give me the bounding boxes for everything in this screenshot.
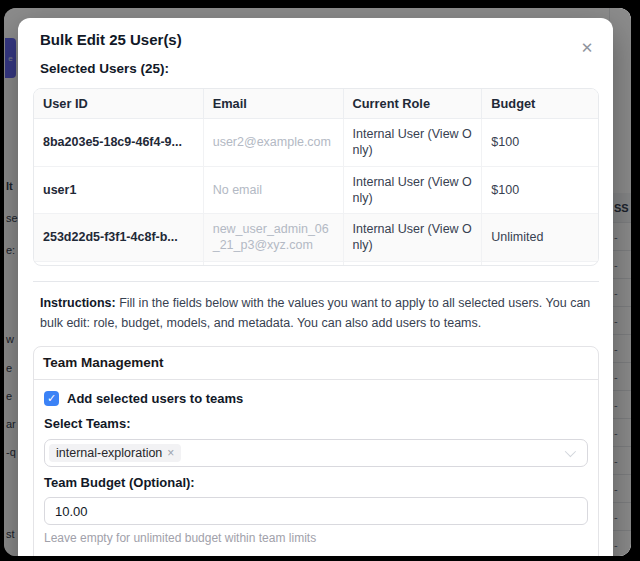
cell-budget: Unlimited [482,261,598,266]
users-table-body: 8ba203e5-18c9-46f4-9...user2@example.com… [34,119,598,267]
cell-budget: $100 [482,166,598,214]
team-budget-label: Team Budget (Optional): [44,475,588,492]
team-management-header: Team Management [34,347,598,380]
budget-helper-text: Leave empty for unlimited budget within … [44,531,588,545]
user-row: user1No emailInternal User (View Only)$1… [34,166,598,214]
chevron-down-icon [565,446,576,457]
cell-budget: $100 [482,119,598,167]
selected-users-table: User IDEmailCurrent RoleBudget 8ba203e5-… [33,88,599,266]
close-icon[interactable]: ✕ [577,38,597,58]
teams-multiselect[interactable]: internal-exploration × [44,439,588,467]
cell-user-id: 8ba203e5-18c9-46f4-9... [34,119,203,167]
cell-role: Internal User (View Only) [343,166,482,214]
modal-title: Bulk Edit 25 User(s) [40,31,601,48]
cell-budget: Unlimited [482,214,598,262]
cell-role: Internal User (View Only) [343,119,482,167]
section-divider [33,281,599,282]
cell-email: new_user_admin_06_21_p3@xyz.com [203,214,343,262]
add-users-checkbox[interactable]: ✓ [44,391,59,406]
cell-email: inter [203,261,343,266]
selected-team-tag: internal-exploration × [49,444,181,462]
team-budget-input[interactable] [44,497,588,525]
column-header: Current Role [343,89,482,119]
column-header: Budget [482,89,598,119]
column-header: Email [203,89,343,119]
cell-user-id: 5dbd2335-cdd6-47ca-b... [34,261,203,266]
app-window: e ltsee:weear-qst SS ------------ Bulk E… [4,8,631,556]
user-row: 8ba203e5-18c9-46f4-9...user2@example.com… [34,119,598,167]
user-row: 5dbd2335-cdd6-47ca-b...interInternal Use… [34,261,598,266]
cell-user-id: 253d22d5-f3f1-4c8f-b... [34,214,203,262]
cell-email: No email [203,166,343,214]
select-teams-label: Select Teams: [44,416,588,433]
team-management-card: Team Management ✓ Add selected users to … [33,346,599,556]
instructions-body: Fill in the fields below with the values… [40,296,590,330]
instructions-label: Instructions: [40,296,116,310]
users-table-header-row: User IDEmailCurrent RoleBudget [34,89,598,119]
remove-tag-icon[interactable]: × [167,446,174,460]
selected-users-label: Selected Users (25): [40,61,601,76]
column-header: User ID [34,89,203,119]
add-users-checkbox-label: Add selected users to teams [67,391,243,406]
bulk-edit-modal: Bulk Edit 25 User(s) ✕ Selected Users (2… [18,18,613,556]
team-tag-label: internal-exploration [56,446,162,460]
cell-role: Internal User (View Only) [343,261,482,266]
role-note-text: Users will be added with "user" role by … [44,554,588,556]
cell-user-id: user1 [34,166,203,214]
user-row: 253d22d5-f3f1-4c8f-b...new_user_admin_06… [34,214,598,262]
cell-role: Internal User (View Only) [343,214,482,262]
cell-email: user2@example.com [203,119,343,167]
instructions-text: Instructions: Fill in the fields below w… [40,293,591,333]
